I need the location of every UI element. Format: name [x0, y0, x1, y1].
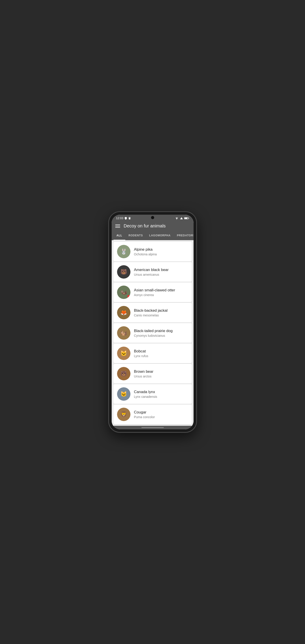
animal-name: Brown bear	[134, 370, 188, 374]
battery-icon	[184, 217, 189, 220]
phone-screen: 12:03	[112, 215, 194, 429]
animal-latin-name: Lynx rufus	[134, 354, 188, 358]
tab-rodents[interactable]: RODENTS	[125, 231, 146, 240]
animal-info: Black-backed jackalCanis mesomelas	[134, 308, 188, 317]
sim-icon	[128, 217, 131, 220]
avatar: 🦊	[117, 306, 130, 319]
tab-bar: ALL RODENTS LAGOMORPHA PREDATORS BEARS	[112, 231, 194, 240]
animal-info: BobcatLynx rufus	[134, 349, 188, 358]
camera-notch	[151, 216, 154, 219]
animal-latin-name: Ursus americanus	[134, 273, 188, 276]
list-item[interactable]: 🐱Canada lynxLynx canadensis	[113, 384, 192, 404]
menu-button[interactable]	[115, 224, 120, 228]
home-indicator	[112, 426, 194, 429]
list-item[interactable]: 🐻Brown bearUrsus arctos	[113, 364, 192, 384]
list-item[interactable]: 🐿️Black-tailed prairie dogCynomys ludovi…	[113, 323, 192, 343]
animal-name: Black-tailed prairie dog	[134, 329, 188, 333]
animal-info: Brown bearUrsus arctos	[134, 370, 188, 378]
signal-icon	[180, 217, 183, 220]
animal-name: Cougar	[134, 410, 188, 414]
notification-dot	[127, 295, 130, 298]
animal-name: American black bear	[134, 268, 188, 272]
svg-point-2	[176, 219, 177, 220]
time-display: 12:03	[116, 216, 124, 220]
animal-name: Bobcat	[134, 349, 188, 354]
shield-icon	[124, 217, 127, 220]
animal-latin-name: Ochotona alpina	[134, 252, 188, 256]
list-item[interactable]: 🦦Asian small-clawed otterAonyx cinerea	[113, 282, 192, 302]
animal-latin-name: Aonyx cinerea	[134, 293, 188, 297]
animal-latin-name: Puma concolor	[134, 415, 188, 419]
animal-list: 🐰Alpine pikaOchotona alpina🐻American bla…	[112, 240, 194, 426]
wifi-icon	[175, 217, 179, 220]
animal-info: Black-tailed prairie dogCynomys ludovici…	[134, 329, 188, 338]
animal-name: Asian small-clawed otter	[134, 288, 188, 292]
animal-info: CougarPuma concolor	[134, 410, 188, 419]
list-item[interactable]: 🦊Black-backed jackalCanis mesomelas	[113, 303, 192, 322]
svg-rect-1	[129, 218, 130, 218]
avatar: 🐻	[117, 265, 130, 278]
list-item[interactable]: 🐻American black bearUrsus americanus	[113, 262, 192, 282]
list-item[interactable]: 🦁CougarPuma concolor	[113, 404, 192, 424]
animal-info: Asian small-clawed otterAonyx cinerea	[134, 288, 188, 297]
avatar: 🐰	[117, 245, 130, 258]
phone-frame: 12:03	[109, 212, 196, 432]
list-item[interactable]: 🐱BobcatLynx rufus	[113, 344, 192, 363]
animal-latin-name: Ursus arctos	[134, 374, 188, 378]
avatar: 🐱	[117, 387, 130, 401]
svg-rect-0	[129, 217, 130, 219]
animal-info: Alpine pikaOchotona alpina	[134, 247, 188, 256]
tab-all[interactable]: ALL	[113, 231, 126, 240]
animal-name: Alpine pika	[134, 247, 188, 252]
animal-latin-name: Lynx canadensis	[134, 395, 188, 398]
animal-info: Canada lynxLynx canadensis	[134, 390, 188, 398]
app-title: Decoy on fur animals	[124, 224, 166, 228]
list-item[interactable]: 🐰Alpine pikaOchotona alpina	[113, 242, 192, 262]
svg-rect-5	[188, 218, 189, 218]
status-left: 12:03	[116, 216, 131, 220]
avatar: 🐻	[117, 367, 130, 380]
avatar: 🦁	[117, 408, 130, 421]
avatar: 🐿️	[117, 326, 130, 340]
tab-lagomorpha[interactable]: LAGOMORPHA	[146, 231, 174, 240]
animal-name: Black-backed jackal	[134, 308, 188, 313]
svg-marker-3	[180, 217, 183, 219]
animal-latin-name: Canis mesomelas	[134, 314, 188, 317]
home-bar	[141, 427, 164, 428]
avatar: 🦦	[117, 286, 130, 299]
app-bar: Decoy on fur animals	[112, 221, 194, 231]
animal-latin-name: Cynomys ludovicianus	[134, 334, 188, 338]
animal-name: Canada lynx	[134, 390, 188, 394]
avatar: 🐱	[117, 346, 130, 360]
animal-info: American black bearUrsus americanus	[134, 268, 188, 276]
status-right	[175, 217, 189, 220]
tab-predators[interactable]: PREDATORS	[174, 231, 194, 240]
svg-rect-6	[184, 218, 187, 219]
